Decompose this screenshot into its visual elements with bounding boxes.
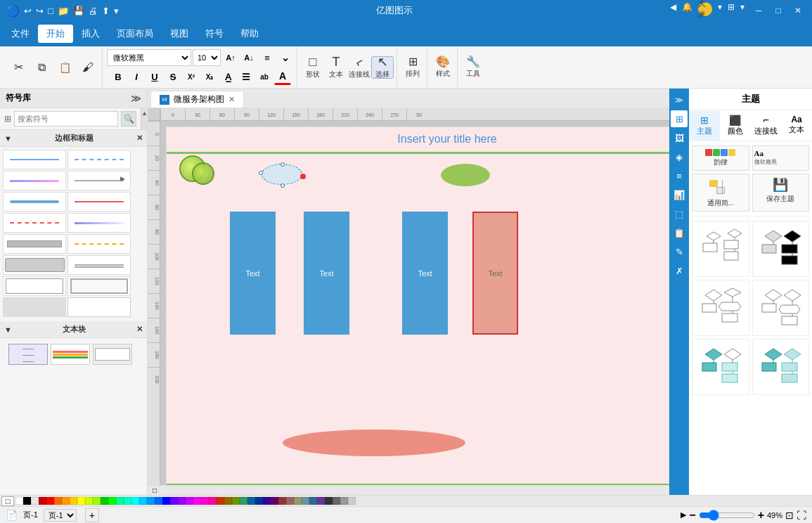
font-highlight-button[interactable]: A̲ <box>219 68 236 85</box>
color-swatch[interactable] <box>131 497 139 505</box>
symbol-dashed-red[interactable] <box>3 213 66 233</box>
color-swatch[interactable] <box>147 497 155 505</box>
ellipse-green-right[interactable] <box>441 164 490 186</box>
zoom-minus-button[interactable]: − <box>689 509 695 522</box>
diagram-canvas[interactable]: Insert your title here <box>166 127 669 485</box>
color-swatch[interactable] <box>85 497 93 505</box>
color-swatch[interactable] <box>217 497 224 505</box>
color-swatch[interactable] <box>271 497 278 505</box>
color-swatch[interactable] <box>193 497 201 505</box>
open-icon[interactable]: 📁 <box>58 6 69 16</box>
strikethrough-button[interactable]: S <box>165 68 181 85</box>
notify-icon[interactable]: 🔔 <box>682 2 692 19</box>
bullet-list-button[interactable]: ☰ <box>238 68 254 85</box>
menu-view[interactable]: 视图 <box>162 25 197 43</box>
color-swatch[interactable] <box>232 497 240 505</box>
select-button[interactable]: ↖ 选择 <box>371 56 394 79</box>
shape-button[interactable]: □ 形状 <box>302 56 324 79</box>
grid2-icon[interactable]: ⬚ <box>671 205 688 222</box>
font-increase-button[interactable]: A↑ <box>222 49 239 66</box>
rect-blue-1[interactable]: Text <box>230 212 276 335</box>
theme-tab-color[interactable]: ⬛ 颜色 <box>720 110 751 141</box>
color-swatch[interactable] <box>186 497 193 505</box>
grid-theme-icon[interactable]: ⊞ <box>671 110 688 127</box>
underline-button[interactable]: U <box>146 68 163 85</box>
rect-blue-2[interactable]: Text <box>304 212 349 335</box>
textblock-section-header[interactable]: ▼ 文本块 ✕ <box>0 321 147 338</box>
page-select[interactable]: 页-1 <box>44 509 77 522</box>
symbol-gray-box[interactable] <box>3 297 66 317</box>
undo-icon[interactable]: ↩ <box>24 6 32 16</box>
symbol-gray-thick[interactable] <box>3 255 66 275</box>
selection-handle-1[interactable] <box>281 162 285 167</box>
color-swatch[interactable] <box>333 497 340 505</box>
format-paint-button[interactable]: 🖌 <box>77 56 99 79</box>
color-swatch[interactable] <box>101 497 108 505</box>
image-icon[interactable]: 🖼 <box>671 129 688 146</box>
connector-button[interactable]: ⌐ 连接线 <box>348 56 370 79</box>
symbol-gray-line[interactable] <box>3 171 66 191</box>
tab-microservice[interactable]: M 微服务架构图 ✕ <box>150 91 244 108</box>
italic-button[interactable]: I <box>128 68 145 85</box>
color-swatch[interactable] <box>70 497 77 505</box>
fullscreen-button[interactable]: ⛶ <box>797 510 806 521</box>
color-swatch[interactable] <box>170 497 178 505</box>
menu-home[interactable]: 开始 <box>38 25 73 43</box>
cut-button[interactable]: ✂ <box>7 56 30 79</box>
color-bar-border-icon[interactable]: □ <box>1 496 14 506</box>
grid-icon[interactable]: ⊞ <box>728 2 735 19</box>
close-right-icon[interactable]: ✗ <box>671 262 688 279</box>
color-swatch[interactable] <box>309 497 317 505</box>
paste-button[interactable]: 📋 <box>53 56 76 79</box>
zoom-slider[interactable] <box>699 510 755 520</box>
selection-handle-3[interactable] <box>281 183 285 188</box>
color-swatch[interactable] <box>116 497 124 505</box>
symbol-gradient-line[interactable] <box>67 213 131 233</box>
new-icon[interactable]: □ <box>48 6 53 16</box>
fc-theme-2[interactable] <box>752 221 810 277</box>
color-swatch[interactable] <box>317 497 325 505</box>
menu-symbol[interactable]: 符号 <box>197 25 232 43</box>
ellipse-selected[interactable] <box>262 164 302 185</box>
panel-scroll-up[interactable]: ▲ <box>141 110 148 117</box>
color-swatch[interactable] <box>348 497 356 505</box>
menu-pagelayout[interactable]: 页面布局 <box>108 25 162 43</box>
share-icon[interactable]: ◀ <box>670 2 676 19</box>
minimize-button[interactable]: ─ <box>750 2 767 19</box>
text-align-button[interactable]: ≡ <box>259 49 276 66</box>
symbol-red-line[interactable] <box>67 192 131 212</box>
color-swatch[interactable] <box>46 497 54 505</box>
chart-icon[interactable]: 📊 <box>671 186 688 203</box>
color-swatch[interactable] <box>340 497 348 505</box>
theme-general[interactable]: 通用简... <box>692 174 749 212</box>
color-swatch[interactable] <box>93 497 101 505</box>
selection-handle-red[interactable] <box>300 174 306 179</box>
theme-tab-theme[interactable]: ⊞ 主题 <box>689 110 720 141</box>
play-icon[interactable]: ▶ <box>681 510 686 519</box>
symbol-rect-outlined[interactable] <box>67 276 131 296</box>
font-size-select[interactable]: 10 <box>193 49 221 66</box>
color-swatch[interactable] <box>278 497 286 505</box>
number-list-button[interactable]: ab <box>256 68 273 85</box>
menu-file[interactable]: 文件 <box>3 25 38 43</box>
color-swatch[interactable] <box>247 497 255 505</box>
fc-theme-5[interactable] <box>692 339 749 395</box>
rect-red-4[interactable]: Text <box>472 212 518 335</box>
fc-theme-6[interactable] <box>752 339 810 395</box>
save-icon[interactable]: 💾 <box>73 6 84 16</box>
color-swatch[interactable] <box>162 497 170 505</box>
color-swatch[interactable] <box>302 497 309 505</box>
color-swatch[interactable] <box>325 497 333 505</box>
theme-msyahei[interactable]: Aa 微软雅黑 <box>752 146 810 171</box>
color-swatch[interactable] <box>31 497 39 505</box>
menu-help[interactable]: 帮助 <box>232 25 267 43</box>
color-swatch[interactable] <box>155 497 162 505</box>
color-swatch[interactable] <box>294 497 302 505</box>
color-swatch[interactable] <box>139 497 147 505</box>
settings-icon[interactable]: ▾ <box>718 2 722 19</box>
symbol-double-line[interactable] <box>67 255 131 275</box>
color-swatch[interactable] <box>209 497 217 505</box>
color-swatch[interactable] <box>124 497 131 505</box>
theme-tab-connector[interactable]: ⌐ 连接线 <box>751 110 782 141</box>
collapse-icon[interactable]: ▾ <box>740 2 745 19</box>
